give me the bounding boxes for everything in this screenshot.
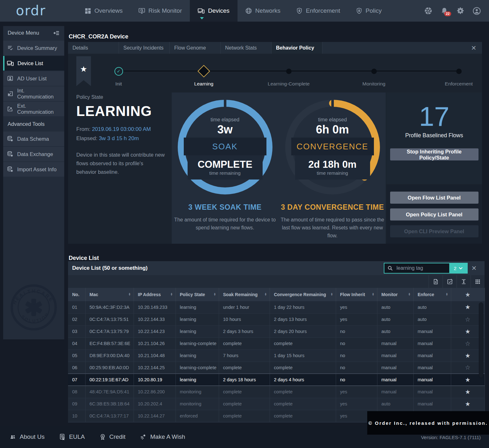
aperture-icon[interactable] (424, 7, 432, 15)
star-icon[interactable]: ★ (465, 377, 470, 383)
nav-item-overviews[interactable]: Overviews (77, 0, 131, 22)
star-icon[interactable]: ☆ (465, 364, 470, 371)
table-row[interactable]: 01 50:9A:4C:3F:D2:3A 10.20.149.233 learn… (68, 301, 485, 313)
close-list-icon[interactable]: ✕ (468, 264, 480, 272)
sidebar-item-data-schema[interactable]: Data Schema (3, 132, 64, 146)
cell-convergence-remaining: complete (270, 386, 336, 398)
footer-link-eula[interactable]: EULA (59, 433, 85, 440)
table-row[interactable]: 09 6C:3B:E5:3B:1B:64 10.20.202.4 monitor… (68, 398, 485, 410)
open-policy-list-button[interactable]: Open Policy List Panel (390, 208, 479, 221)
col-ip[interactable]: IP Address▲▼ (134, 288, 176, 301)
nav-item-policy[interactable]: Policy (348, 0, 390, 22)
col-monitor[interactable]: Monitor▲▼ (377, 288, 413, 301)
footer-link-credit[interactable]: Credit (100, 433, 126, 440)
cell-convergence-remaining: complete (270, 398, 336, 410)
col-soak[interactable]: Soak Remaining▲▼ (219, 288, 270, 301)
ordr-logo[interactable]: ordr (16, 0, 64, 22)
notifications-bell-icon[interactable]: 22 (441, 7, 448, 15)
sidebar-item-int-communication[interactable]: Int. Communication (3, 86, 64, 101)
table-row[interactable]: 02 0C:C4:7A:13:75:51 10.22.144.33 learni… (68, 313, 485, 325)
sidebar-item-ad-user-list[interactable]: AD User List (3, 71, 64, 86)
star-icon[interactable]: ★ (465, 389, 470, 395)
edit-checklist-icon[interactable] (443, 275, 457, 288)
table-row[interactable]: 03 0C:C4:7A:13:75:79 10.22.144.23 learni… (68, 325, 485, 337)
cell-soak-remaining: complete (219, 337, 270, 350)
cell-no: 04 (68, 337, 85, 350)
star-icon[interactable]: ☆ (465, 340, 470, 347)
col-policy-state[interactable]: Policy State▲▼ (176, 288, 219, 301)
shield-lock-icon (296, 8, 302, 14)
grid-view-icon[interactable] (471, 275, 485, 288)
tab-behavior-policy[interactable]: Behavior Policy (272, 42, 322, 54)
report-file-icon[interactable] (429, 275, 443, 288)
sort-icon[interactable]: ▲▼ (265, 293, 267, 296)
table-scrollbar[interactable] (479, 302, 483, 378)
sort-icon[interactable]: ▲▼ (214, 293, 216, 296)
sidebar-item-device-summary[interactable]: Device Summary (3, 41, 64, 55)
sort-icon[interactable]: ▲▼ (408, 293, 411, 296)
sidebar-title: Device Menu (8, 30, 39, 36)
policy-state-description: Device in this state will contribute new… (76, 151, 165, 177)
search-input[interactable] (396, 265, 444, 271)
nav-item-devices[interactable]: Devices (190, 0, 238, 22)
table-row[interactable]: 05 D8:9E:F3:00:DA:40 10.21.104.48 learni… (68, 350, 485, 362)
user-card-icon (7, 75, 13, 82)
people-icon (10, 434, 16, 440)
nav-item-enforcement[interactable]: Enforcement (288, 0, 348, 22)
close-panel-icon[interactable]: ✕ (465, 42, 482, 54)
table-row[interactable]: 07 00:22:19:1E:67:AD 10.20.80.19 learnin… (68, 374, 485, 386)
dot-icon (371, 69, 377, 74)
cell-policy-state: learning (176, 350, 219, 362)
gauge-description: The amount of time required to pass sinc… (280, 216, 385, 240)
cell-policy-state: learning (176, 301, 219, 313)
gear-icon[interactable] (457, 7, 464, 15)
star-icon[interactable]: ☆ (465, 316, 470, 323)
tab-flow-genome[interactable]: Flow Genome (170, 42, 221, 54)
tab-network-stats[interactable]: Network Stats (221, 42, 272, 54)
table-row[interactable]: 08 48:4D:7E:9A:D5:41 10.22.86.200 monito… (68, 386, 485, 398)
cell-monitor: manual (377, 374, 413, 386)
sidebar-item-device-list[interactable]: Device List (3, 56, 64, 71)
shooting-star-icon (140, 434, 147, 440)
col-enforce[interactable]: Enforce▲▼ (413, 288, 451, 301)
sidebar-item-import-asset-info[interactable]: Import Asset Info (3, 162, 64, 177)
col-flow-inherit[interactable]: Flow Inherit▲▼ (336, 288, 377, 301)
cell-convergence-remaining: 2 days 13 hours (270, 313, 336, 325)
footer-link-make-a-wish[interactable]: Make A Wish (140, 433, 185, 440)
sidebar-item-ext-communication[interactable]: Ext. Communication (3, 102, 64, 116)
shield-lock-icon (356, 8, 362, 14)
star-icon[interactable]: ★ (465, 328, 470, 335)
arrow-out-box-icon (7, 106, 13, 112)
sort-icon[interactable]: ▲▼ (170, 293, 173, 296)
cell-no: 07 (68, 374, 85, 386)
sidebar-item-data-exchange[interactable]: Data Exchange (3, 147, 64, 161)
star-icon[interactable]: ★ (465, 304, 470, 310)
col-mac[interactable]: Mac▲▼ (85, 288, 134, 301)
nav-label: Networks (255, 7, 280, 14)
top-nav: ordr Overviews Risk Monitor Devices Netw… (0, 0, 489, 22)
collapse-sidebar-icon[interactable] (53, 30, 60, 36)
sort-icon[interactable]: ▲▼ (372, 293, 375, 296)
user-avatar-icon[interactable] (473, 7, 481, 15)
table-row[interactable]: 04 EC:F4:BB:57:3E:6E 10.21.104.26 learni… (68, 337, 485, 350)
overview-grid-icon (85, 8, 91, 14)
sort-icon[interactable]: ▲▼ (128, 293, 131, 296)
sort-icon[interactable]: ▲▼ (331, 293, 333, 296)
tab-details[interactable]: Details (68, 42, 119, 54)
sort-icon[interactable]: ▲▼ (446, 293, 448, 296)
search-count-dropdown[interactable]: 2 (449, 263, 467, 273)
stop-inheriting-button[interactable]: Stop Inheriting Profile Policy/State (390, 148, 479, 160)
star-icon[interactable]: ★ (465, 401, 470, 407)
nav-item-risk-monitor[interactable]: Risk Monitor (131, 0, 190, 22)
col-no: No. (68, 288, 85, 301)
open-flow-list-button[interactable]: Open Flow List Panel (390, 192, 479, 204)
open-cli-preview-button[interactable]: Open CLI Preview Panel (390, 225, 479, 237)
footer-link-about-us[interactable]: About Us (10, 433, 45, 440)
star-icon[interactable]: ★ (465, 352, 470, 359)
table-row[interactable]: 06 00:25:90:EB:A0:0D 10.22.144.25 learni… (68, 362, 485, 374)
nav-item-networks[interactable]: Networks (238, 0, 288, 22)
check-circle-icon: ✓ (114, 67, 123, 76)
tab-security-incidents[interactable]: Security Incidents (119, 42, 170, 54)
col-convergence[interactable]: Convergence Remaining▲▼ (270, 288, 336, 301)
row-height-icon[interactable] (457, 275, 471, 288)
